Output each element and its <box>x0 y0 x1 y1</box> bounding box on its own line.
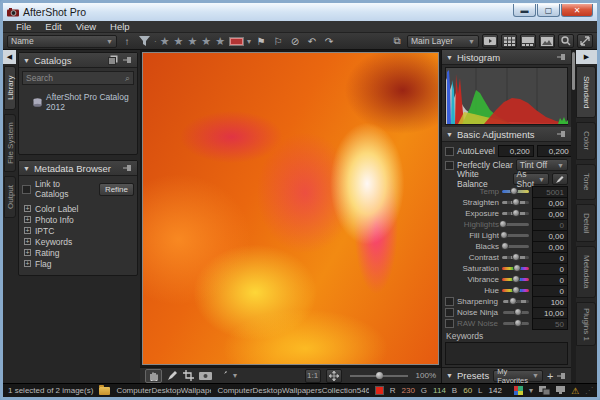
slideshow-button[interactable] <box>482 34 498 48</box>
keywords-input[interactable] <box>445 342 568 365</box>
navigator-button[interactable] <box>326 369 342 383</box>
photo-preview[interactable] <box>142 52 439 365</box>
noise-ninja-slider[interactable] <box>503 311 529 314</box>
zoom-1to1-button[interactable]: 1:1 <box>305 369 321 383</box>
tree-item-flag[interactable]: +Flag <box>24 258 134 269</box>
tab-color[interactable]: Color <box>576 122 596 160</box>
pin-icon[interactable] <box>557 372 567 380</box>
tab-output[interactable]: Output <box>4 176 16 218</box>
zoom-slider-knob[interactable] <box>376 372 383 379</box>
hue-slider[interactable] <box>502 289 529 292</box>
monitor-icon[interactable] <box>556 386 565 395</box>
label-color-chevron-icon[interactable]: ▾ <box>247 37 251 46</box>
histogram-header[interactable]: ▼ Histogram <box>442 50 571 65</box>
white-balance-eyedropper-button[interactable] <box>552 173 568 185</box>
slider-knob[interactable] <box>499 220 507 228</box>
contrast-slider[interactable] <box>502 256 529 259</box>
rating-star-1[interactable]: ★ <box>160 35 171 48</box>
fullscreen-button[interactable] <box>577 34 593 48</box>
collapse-triangle-icon[interactable]: ▼ <box>23 165 30 172</box>
autolevel-checkbox[interactable] <box>445 147 454 156</box>
slider-knob[interactable] <box>513 264 521 272</box>
slider-knob[interactable] <box>500 231 508 239</box>
catalog-item[interactable]: AfterShot Pro Catalog 2012 <box>19 88 137 120</box>
slider-knob[interactable] <box>512 275 520 283</box>
tab-plugins[interactable]: Plugins 1 <box>576 302 596 346</box>
tree-item-iptc[interactable]: +IPTC <box>24 225 134 236</box>
eyedropper-tool-button[interactable] <box>167 370 178 381</box>
collapse-triangle-icon[interactable]: ▼ <box>446 54 453 61</box>
thumbnail-grid-view-button[interactable] <box>501 34 517 48</box>
layer-dropdown[interactable]: Main Layer▼ <box>407 35 479 48</box>
refine-button[interactable]: Refine <box>99 183 134 196</box>
menu-view[interactable]: View <box>69 21 103 32</box>
presets-dropdown[interactable]: My Favorites▼ <box>493 370 543 382</box>
expand-icon[interactable]: + <box>24 260 31 267</box>
magnifier-button[interactable] <box>558 34 574 48</box>
raw-noise-slider[interactable] <box>503 322 529 325</box>
sharpening-slider[interactable] <box>503 300 529 303</box>
close-button[interactable]: ✕ <box>561 4 593 17</box>
redo-icon[interactable]: ↷ <box>322 35 336 48</box>
filter-funnel-icon[interactable] <box>137 35 151 48</box>
pin-icon[interactable] <box>557 53 567 61</box>
noise-ninja-checkbox[interactable] <box>445 308 454 317</box>
catalog-search-input[interactable] <box>26 73 125 83</box>
sharpening-checkbox[interactable] <box>445 297 454 306</box>
tab-detail[interactable]: Detail <box>576 204 596 242</box>
slider-knob[interactable] <box>512 209 520 217</box>
expand-icon[interactable]: + <box>24 216 31 223</box>
temp-slider[interactable] <box>502 190 529 193</box>
slider-knob[interactable] <box>512 253 520 261</box>
rating-none-dot[interactable]: · <box>154 37 157 46</box>
raw-noise-value[interactable]: 50 <box>532 318 568 330</box>
catalogs-panel-header[interactable]: ▼ Catalogs <box>19 53 137 68</box>
rating-star-3[interactable]: ★ <box>187 35 198 48</box>
perfectly-clear-checkbox[interactable] <box>445 161 454 170</box>
menu-help[interactable]: Help <box>103 21 137 32</box>
brush-tool-button[interactable] <box>217 370 228 381</box>
link-to-catalogs-checkbox[interactable] <box>22 185 31 194</box>
preview-view-button[interactable] <box>539 34 555 48</box>
pin-icon[interactable] <box>123 56 133 64</box>
pan-tool-button[interactable] <box>145 369 162 383</box>
slider-knob[interactable] <box>512 198 520 206</box>
add-preset-button[interactable]: + <box>547 370 553 382</box>
flag-clear-icon[interactable]: ⊘ <box>288 35 302 48</box>
collapse-triangle-icon[interactable]: ▼ <box>446 131 453 138</box>
straighten-slider[interactable] <box>502 201 529 204</box>
slider-knob[interactable] <box>512 286 520 294</box>
expand-icon[interactable]: + <box>24 249 31 256</box>
slider-knob[interactable] <box>509 297 517 305</box>
fill-light-slider[interactable] <box>502 234 529 237</box>
collapse-left-panel-icon[interactable]: ◀ <box>3 50 16 64</box>
sort-direction-button[interactable]: ↑ <box>120 35 134 48</box>
basic-adjustments-header[interactable]: ▼ Basic Adjustments <box>442 127 571 142</box>
rating-star-2[interactable]: ★ <box>174 35 185 48</box>
warning-icon[interactable]: ⚠ <box>571 386 579 396</box>
menu-edit[interactable]: Edit <box>38 21 68 32</box>
saturation-slider[interactable] <box>502 267 529 270</box>
maximize-button[interactable]: ▢ <box>537 4 560 17</box>
white-balance-dropdown[interactable]: As Shot▼ <box>513 173 549 185</box>
vibrance-slider[interactable] <box>502 278 529 281</box>
tree-item-photo-info[interactable]: +Photo Info <box>24 214 134 225</box>
sort-by-dropdown[interactable]: Name▼ <box>7 35 117 48</box>
flag-pick-icon[interactable]: ⚑ <box>254 35 268 48</box>
color-management-icon[interactable] <box>514 386 523 395</box>
expand-icon[interactable]: + <box>24 227 31 234</box>
collapse-triangle-icon[interactable]: ▼ <box>23 57 30 64</box>
pin-icon[interactable] <box>123 164 133 172</box>
dual-display-icon[interactable] <box>539 386 550 395</box>
tab-metadata[interactable]: Metadata <box>576 246 596 298</box>
minimize-button[interactable]: ▬ <box>513 4 536 17</box>
slider-knob[interactable] <box>510 187 518 195</box>
exposure-slider[interactable] <box>502 212 529 215</box>
highlights-slider[interactable] <box>502 223 529 226</box>
label-color-swatch[interactable] <box>229 37 244 46</box>
redeye-tool-button[interactable] <box>199 371 212 381</box>
layers-icon[interactable]: ⧉ <box>390 35 404 48</box>
tab-standard[interactable]: Standard <box>576 66 596 118</box>
filmstrip-view-button[interactable] <box>520 34 536 48</box>
crop-tool-button[interactable] <box>183 370 194 381</box>
